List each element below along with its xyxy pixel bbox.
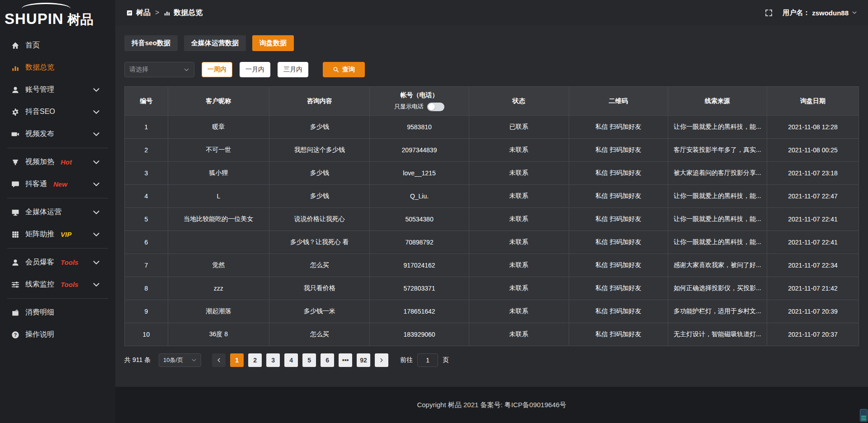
phone-only-label: 只显示电话: [394, 103, 424, 111]
cell-source[interactable]: 如何正确选择投影仪，买投影...: [668, 277, 767, 300]
range-button-2[interactable]: 一月内: [240, 62, 270, 77]
main-content: 抖音seo数据全媒体运营数据询盘数据 请选择 一周内一月内三月内 查询 编号客户…: [115, 25, 868, 423]
cell-no: 1: [125, 116, 168, 139]
cell-no: 10: [125, 323, 168, 346]
page-ellipsis-button[interactable]: •••: [339, 353, 352, 367]
cell-source[interactable]: 被大家追着问的客厅投影分享...: [668, 162, 767, 185]
chevron-icon: [92, 258, 100, 267]
cell-nickname: [168, 231, 269, 254]
tab-omni-media-data[interactable]: 全媒体运营数据: [184, 35, 246, 51]
cell-source[interactable]: 让你一眼就爱上的黑科技，能...: [668, 208, 767, 231]
page-button-4[interactable]: 4: [284, 353, 298, 367]
page-button-6[interactable]: 6: [321, 353, 334, 367]
page-button-1[interactable]: 1: [230, 353, 244, 367]
sidebar-item-matrix-boost[interactable]: 矩阵助推VIP: [0, 223, 115, 245]
sidebar-item-clue-monitor[interactable]: 线索监控Tools: [0, 273, 115, 296]
cell-source[interactable]: 让你一眼就爱上的黑科技，能...: [668, 185, 767, 208]
range-button-3[interactable]: 三月内: [278, 62, 308, 77]
cell-account: 178651642: [370, 300, 469, 323]
sidebar-item-data-overview[interactable]: 数据总览: [0, 56, 115, 79]
menu-divider: [7, 298, 108, 299]
corner-widget[interactable]: [860, 409, 868, 422]
cell-status: 未联系: [469, 254, 569, 277]
cell-source[interactable]: 客厅安装投影半年多了，真实...: [668, 139, 767, 162]
gear-icon: [11, 108, 19, 116]
cell-qr[interactable]: 私信 扫码加好友: [569, 185, 668, 208]
table-row: 9潮起潮落多少钱一米178651642未联系私信 扫码加好友多功能护栏灯，适用于…: [125, 300, 859, 323]
column-header-content: 咨询内容: [269, 87, 369, 116]
top-header: 树品 > 数据总览 用户名：zswodun88: [115, 0, 868, 25]
filter-select[interactable]: 请选择: [124, 62, 194, 77]
breadcrumb-item-root[interactable]: 树品: [136, 8, 151, 18]
logo[interactable]: SHUPIN 树品: [5, 3, 115, 26]
sidebar-item-home[interactable]: 首页: [0, 34, 115, 56]
cell-source[interactable]: 让你一眼就爱上的黑科技，能...: [668, 231, 767, 254]
page-button-92[interactable]: 92: [357, 353, 370, 367]
cell-source[interactable]: 多功能护栏灯，适用于乡村文...: [668, 300, 767, 323]
page-jump-suffix: 页: [443, 356, 449, 364]
sidebar-item-account-management[interactable]: 账号管理: [0, 79, 115, 101]
sidebar-item-video-heating[interactable]: 视频加热Hot: [0, 151, 115, 173]
chevron-icon: [92, 281, 100, 289]
cell-nickname: 当地比较能吃的一位美女: [168, 208, 269, 231]
cell-date: 2021-11-07 22:41: [767, 208, 859, 231]
sidebar-menu: 首页数据总览账号管理抖音SEO视频发布视频加热Hot抖客通New全媒体运营矩阵助…: [0, 28, 115, 346]
fullscreen-icon[interactable]: [765, 9, 773, 17]
tab-douyin-seo-data[interactable]: 抖音seo数据: [124, 35, 178, 51]
sidebar-item-member-baoke[interactable]: 会员爆客Tools: [0, 251, 115, 273]
sidebar-item-label: 线索监控: [25, 280, 54, 289]
page-size-select[interactable]: 10条/页: [159, 353, 201, 367]
cell-content: 说说价格让我死心: [269, 208, 369, 231]
page-button-3[interactable]: 3: [266, 353, 280, 367]
sidebar-item-douyin-seo[interactable]: 抖音SEO: [0, 101, 115, 123]
cell-qr[interactable]: 私信 扫码加好友: [569, 300, 668, 323]
next-page-button[interactable]: [375, 353, 388, 367]
column-label: 帐号（电话）: [374, 91, 464, 99]
tab-inquiry-data[interactable]: 询盘数据: [252, 35, 294, 51]
chevron-icon: [92, 208, 100, 216]
page-button-2[interactable]: 2: [248, 353, 262, 367]
cell-qr[interactable]: 私信 扫码加好友: [569, 116, 668, 139]
column-label: 线索来源: [673, 97, 762, 105]
column-label: 客户昵称: [173, 97, 264, 105]
cell-qr[interactable]: 私信 扫码加好友: [569, 254, 668, 277]
table-header: 编号客户昵称咨询内容帐号（电话）只显示电话状态二维码线索来源询盘日期: [125, 87, 859, 116]
cell-source[interactable]: 让你一眼就爱上的黑科技，能...: [668, 116, 767, 139]
cell-qr[interactable]: 私信 扫码加好友: [569, 323, 668, 346]
cell-qr[interactable]: 私信 扫码加好友: [569, 277, 668, 300]
username-value: zswodun88: [812, 9, 849, 17]
sidebar-item-video-publish[interactable]: 视频发布: [0, 123, 115, 145]
cell-qr[interactable]: 私信 扫码加好友: [569, 139, 668, 162]
cell-no: 6: [125, 231, 168, 254]
cell-source[interactable]: 感谢大家喜欢我家，被问了好...: [668, 254, 767, 277]
page-jump-input[interactable]: [417, 353, 438, 367]
table-row: 8zzz我只看价格572803371未联系私信 扫码加好友如何正确选择投影仪，买…: [125, 277, 859, 300]
sidebar-item-omni-media-operation[interactable]: 全媒体运营: [0, 201, 115, 223]
search-button[interactable]: 查询: [323, 62, 365, 77]
range-button-1[interactable]: 一周内: [202, 62, 232, 77]
sidebar-item-instructions[interactable]: ?操作说明: [0, 324, 115, 346]
page-size-value: 10条/页: [163, 356, 183, 364]
phone-only-toggle[interactable]: [427, 103, 444, 111]
cell-qr[interactable]: 私信 扫码加好友: [569, 231, 668, 254]
cell-qr[interactable]: 私信 扫码加好友: [569, 208, 668, 231]
page-button-5[interactable]: 5: [302, 353, 316, 367]
table-row: 7觉然怎么买917024162未联系私信 扫码加好友感谢大家喜欢我家，被问了好.…: [125, 254, 859, 277]
prev-page-button[interactable]: [212, 353, 226, 367]
sidebar-item-spending-details[interactable]: 消费明细: [0, 301, 115, 324]
user-menu[interactable]: 用户名：zswodun88: [783, 9, 857, 17]
sidebar-item-douketong[interactable]: 抖客通New: [0, 173, 115, 195]
cell-qr[interactable]: 私信 扫码加好友: [569, 162, 668, 185]
sidebar-item-label: 视频加热: [25, 157, 54, 167]
breadcrumb-separator: >: [155, 9, 159, 17]
sidebar-item-label: 抖客通: [25, 179, 47, 189]
cell-date: 2021-11-07 20:39: [767, 300, 859, 323]
chevron-icon: [92, 86, 100, 94]
cell-account: 183929060: [370, 323, 469, 346]
cell-content: 怎么买: [269, 254, 369, 277]
cell-no: 7: [125, 254, 168, 277]
search-icon: [333, 66, 339, 73]
cell-date: 2021-11-07 20:37: [767, 323, 859, 346]
cell-source[interactable]: 无主灯设计，智能磁吸轨道灯...: [668, 323, 767, 346]
chevron-right-icon: [379, 357, 384, 363]
